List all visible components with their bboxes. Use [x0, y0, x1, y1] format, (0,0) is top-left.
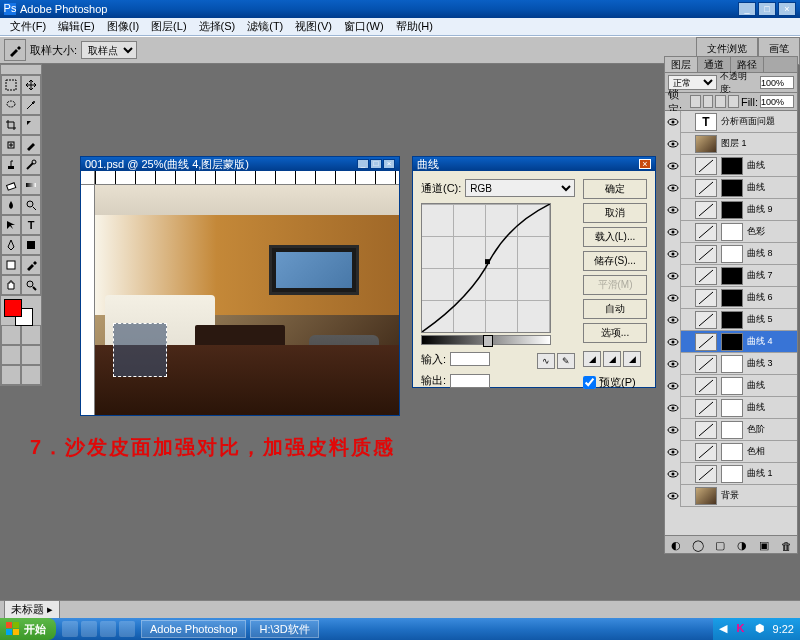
channel-select[interactable]: RGB: [465, 179, 575, 197]
edit-mode-standard[interactable]: [1, 325, 21, 345]
layer-row[interactable]: 曲线: [665, 375, 797, 397]
edit-mode-quickmask[interactable]: [21, 325, 41, 345]
dodge-tool[interactable]: [21, 195, 41, 215]
input-value[interactable]: [450, 352, 490, 366]
menu-help[interactable]: 帮助(H): [390, 17, 439, 36]
options-button[interactable]: 选项...: [583, 323, 647, 343]
layer-row[interactable]: 曲线 6: [665, 287, 797, 309]
layer-row[interactable]: 色阶: [665, 419, 797, 441]
curves-title-bar[interactable]: 曲线 ×: [413, 157, 655, 171]
history-brush-tool[interactable]: [21, 155, 41, 175]
visibility-toggle[interactable]: [665, 287, 681, 309]
ql-icon-3[interactable]: [100, 621, 116, 637]
menu-filter[interactable]: 滤镜(T): [241, 17, 289, 36]
smooth-button[interactable]: 平滑(M): [583, 275, 647, 295]
visibility-toggle[interactable]: [665, 331, 681, 353]
tray-icon-3[interactable]: ⬢: [755, 622, 769, 636]
auto-button[interactable]: 自动: [583, 299, 647, 319]
layers-list[interactable]: T分析画面问题图层 1曲线曲线曲线 9色彩曲线 8曲线 7曲线 6曲线 5曲线 …: [665, 111, 797, 535]
screen-mode-2[interactable]: [21, 345, 41, 365]
layer-row[interactable]: 图层 1: [665, 133, 797, 155]
curve-point-tool[interactable]: ∿: [537, 353, 555, 369]
visibility-toggle[interactable]: [665, 375, 681, 397]
curves-close-button[interactable]: ×: [639, 159, 651, 169]
zoom-tool[interactable]: [21, 275, 41, 295]
eyedropper-black[interactable]: ◢: [583, 351, 601, 367]
doc-close[interactable]: ×: [383, 159, 395, 169]
ql-icon-1[interactable]: [62, 621, 78, 637]
lock-image[interactable]: [703, 95, 714, 108]
visibility-toggle[interactable]: [665, 243, 681, 265]
layer-row[interactable]: 曲线 7: [665, 265, 797, 287]
layer-row[interactable]: 曲线 8: [665, 243, 797, 265]
menu-edit[interactable]: 编辑(E): [52, 17, 101, 36]
status-tab[interactable]: 未标题 ▸: [4, 600, 60, 619]
visibility-toggle[interactable]: [665, 199, 681, 221]
visibility-toggle[interactable]: [665, 353, 681, 375]
hand-tool[interactable]: [1, 275, 21, 295]
tab-layers[interactable]: 图层: [665, 57, 698, 72]
visibility-toggle[interactable]: [665, 221, 681, 243]
imageready-jump[interactable]: [21, 365, 41, 385]
menu-image[interactable]: 图像(I): [101, 17, 145, 36]
eraser-tool[interactable]: [1, 175, 21, 195]
tray-icon-1[interactable]: ◀: [719, 622, 733, 636]
menu-file[interactable]: 文件(F): [4, 17, 52, 36]
brush-tool[interactable]: [21, 135, 41, 155]
menu-window[interactable]: 窗口(W): [338, 17, 390, 36]
clone-stamp-tool[interactable]: [1, 155, 21, 175]
screen-mode-1[interactable]: [1, 345, 21, 365]
lock-position[interactable]: [715, 95, 726, 108]
layer-row[interactable]: 曲线 9: [665, 199, 797, 221]
notes-tool[interactable]: [1, 255, 21, 275]
gradient-bar[interactable]: [421, 335, 551, 345]
layer-row[interactable]: 色相: [665, 441, 797, 463]
eyedropper-white[interactable]: ◢: [623, 351, 641, 367]
crop-tool[interactable]: [1, 115, 21, 135]
visibility-toggle[interactable]: [665, 111, 681, 133]
magic-wand-tool[interactable]: [21, 95, 41, 115]
layer-row[interactable]: 曲线 5: [665, 309, 797, 331]
marquee-tool[interactable]: [1, 75, 21, 95]
gradient-tool[interactable]: [21, 175, 41, 195]
taskbar-task-photoshop[interactable]: Adobe Photoshop: [141, 620, 246, 638]
eyedropper-gray[interactable]: ◢: [603, 351, 621, 367]
document-title-bar[interactable]: 001.psd @ 25%(曲线 4,图层蒙版) _□×: [81, 157, 399, 171]
lock-transparency[interactable]: [690, 95, 701, 108]
minimize-button[interactable]: _: [738, 2, 756, 16]
foreground-color[interactable]: [4, 299, 22, 317]
toolbox-grip[interactable]: [1, 65, 41, 75]
adjustment-layer-icon[interactable]: ◑: [735, 538, 750, 553]
new-layer-icon[interactable]: ▣: [757, 538, 772, 553]
maximize-button[interactable]: □: [758, 2, 776, 16]
layer-row[interactable]: 曲线 4: [665, 331, 797, 353]
fill-input[interactable]: [760, 95, 794, 108]
visibility-toggle[interactable]: [665, 265, 681, 287]
output-value[interactable]: [450, 374, 490, 388]
move-tool[interactable]: [21, 75, 41, 95]
color-swatches[interactable]: [1, 295, 41, 325]
path-selection-tool[interactable]: [1, 215, 21, 235]
menu-view[interactable]: 视图(V): [289, 17, 338, 36]
blur-tool[interactable]: [1, 195, 21, 215]
shape-tool[interactable]: [21, 235, 41, 255]
menu-select[interactable]: 选择(S): [193, 17, 242, 36]
layer-row[interactable]: 色彩: [665, 221, 797, 243]
current-tool-icon[interactable]: [4, 39, 26, 61]
layer-row[interactable]: 曲线: [665, 177, 797, 199]
eyedropper-tool[interactable]: [21, 255, 41, 275]
opacity-input[interactable]: [760, 76, 794, 89]
cancel-button[interactable]: 取消: [583, 203, 647, 223]
visibility-toggle[interactable]: [665, 419, 681, 441]
type-tool[interactable]: T: [21, 215, 41, 235]
curve-graph[interactable]: [421, 203, 551, 333]
screen-mode-3[interactable]: [1, 365, 21, 385]
doc-minimize[interactable]: _: [357, 159, 369, 169]
visibility-toggle[interactable]: [665, 309, 681, 331]
healing-brush-tool[interactable]: [1, 135, 21, 155]
slice-tool[interactable]: [21, 115, 41, 135]
layer-row[interactable]: 曲线: [665, 397, 797, 419]
layer-row[interactable]: 曲线 1: [665, 463, 797, 485]
gradient-slider[interactable]: [483, 335, 493, 347]
lock-all[interactable]: [728, 95, 739, 108]
